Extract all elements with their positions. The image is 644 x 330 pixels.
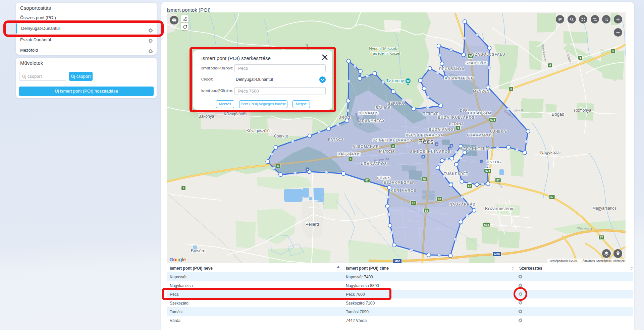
svg-text:Bogád: Bogád	[552, 112, 565, 117]
svg-text:URÁNVÁROS: URÁNVÁROS	[361, 162, 387, 166]
svg-text:PATACS: PATACS	[328, 138, 344, 142]
svg-text:NAGYÁRPÁD: NAGYÁRPÁD	[449, 202, 476, 206]
svg-text:BARAKKTELEP: BARAKKTELEP	[460, 147, 491, 151]
svg-text:SIKLÓSI KÜLVÁROS: SIKLÓSI KÜLVÁROS	[410, 150, 451, 154]
svg-text:57: 57	[365, 179, 369, 182]
svg-text:SZIGETI KÜLVÁROS: SZIGETI KÜLVÁROS	[372, 138, 413, 142]
svg-text:BUDAI VÁM: BUDAI VÁM	[468, 111, 491, 115]
svg-text:ASSIANTELEP: ASSIANTELEP	[445, 76, 474, 80]
svg-text:ARANYHEGY: ARANYHEGY	[359, 119, 385, 123]
svg-text:M60: M60	[494, 253, 500, 256]
svg-text:SZABOLCSFALU: SZABOLCSFALU	[472, 52, 505, 56]
svg-text:6: 6	[511, 87, 512, 91]
svg-text:TETTYE: TETTYE	[423, 112, 439, 116]
svg-text:Kővágószőlős: Kővágószőlős	[247, 128, 272, 133]
svg-text:TÜSKÉSRÉT: TÜSKÉSRÉT	[444, 172, 469, 176]
svg-text:6: 6	[277, 164, 279, 168]
svg-text:FÜZES: FÜZES	[377, 176, 391, 180]
svg-text:57: 57	[468, 184, 471, 187]
svg-text:Romonya: Romonya	[574, 108, 591, 113]
svg-text:GYÁRVÁROS: GYÁRVÁROS	[467, 133, 493, 137]
svg-text:KERTVÁROS: KERTVÁROS	[391, 188, 416, 192]
svg-text:578: 578	[484, 223, 489, 226]
svg-text:Magyarsarlós: Magyarsarlós	[592, 206, 616, 211]
svg-text:578: 578	[490, 118, 495, 121]
svg-text:B: B	[436, 143, 438, 146]
svg-text:B: B	[450, 145, 452, 148]
svg-text:Pécs: Pécs	[418, 138, 433, 145]
svg-text:578: 578	[485, 169, 490, 172]
svg-text:R: R	[481, 160, 483, 163]
svg-text:SZABOLCS: SZABOLCS	[466, 61, 488, 65]
svg-text:ALSÓMAKÁR: ALSÓMAKÁR	[353, 145, 379, 149]
svg-text:6: 6	[183, 186, 184, 190]
svg-text:R: R	[307, 168, 309, 171]
svg-text:ÜRÖG: ÜRÖG	[338, 115, 351, 119]
svg-text:PÉCSBÁNYA: PÉCSBÁNYA	[439, 67, 464, 71]
svg-text:Tv-torony: Tv-torony	[386, 78, 404, 83]
svg-text:PÉCS BELVÁROSA: PÉCS BELVÁROSA	[406, 133, 443, 137]
svg-text:SZKOKÓ: SZKOKÓ	[388, 101, 405, 105]
svg-text:Bicsérd: Bicsérd	[191, 248, 205, 253]
svg-text:57: 57	[600, 236, 603, 239]
svg-text:57: 57	[550, 195, 554, 199]
svg-text:6: 6	[392, 145, 394, 148]
svg-text:Kozármisleny: Kozármisleny	[485, 206, 513, 211]
svg-text:58: 58	[425, 209, 428, 212]
svg-text:6: 6	[580, 56, 581, 59]
svg-text:LEDINA: LEDINA	[449, 122, 464, 126]
svg-text:58: 58	[423, 178, 426, 181]
svg-text:B: B	[422, 156, 424, 159]
svg-text:BÁLICS: BÁLICS	[375, 106, 391, 110]
svg-text:Kővágótöttös: Kővágótöttös	[224, 112, 247, 116]
svg-text:Nagykozár: Nagykozár	[540, 150, 561, 155]
svg-text:6: 6	[350, 157, 352, 161]
svg-text:Tájvédelmi Körzet: Tájvédelmi Körzet	[371, 51, 400, 55]
svg-text:ÉSZAKMEGYER: ÉSZAKMEGYER	[384, 180, 415, 184]
svg-text:DONÁTUS: DONÁTUS	[359, 111, 379, 115]
svg-text:BUDAIVÁROS: BUDAIVÁROS	[429, 127, 456, 131]
svg-text:Cserkút: Cserkút	[274, 134, 288, 139]
svg-text:57: 57	[496, 179, 500, 182]
svg-text:ÜSZÖG: ÜSZÖG	[487, 160, 501, 164]
svg-text:Pellérd: Pellérd	[306, 222, 319, 227]
svg-text:BUDAI KÜLVÁROS: BUDAI KÜLVÁROS	[438, 115, 475, 119]
svg-text:RÁCVÁROS: RÁCVÁROS	[337, 152, 361, 156]
svg-text:MESZES: MESZES	[473, 89, 490, 93]
svg-text:6: 6	[612, 49, 614, 53]
svg-text:M60: M60	[394, 260, 400, 263]
svg-text:66: 66	[469, 55, 472, 58]
svg-text:Bakonya: Bakonya	[199, 114, 214, 119]
svg-text:6: 6	[458, 126, 459, 129]
svg-text:57: 57	[438, 198, 441, 201]
svg-text:57: 57	[412, 201, 415, 205]
svg-text:Nyugat-Mecsek: Nyugat-Mecsek	[369, 46, 397, 51]
svg-text:ÚJHEGY: ÚJHEGY	[490, 129, 507, 133]
svg-text:Marócsa: Marócsa	[379, 149, 394, 154]
svg-text:6: 6	[549, 64, 551, 67]
